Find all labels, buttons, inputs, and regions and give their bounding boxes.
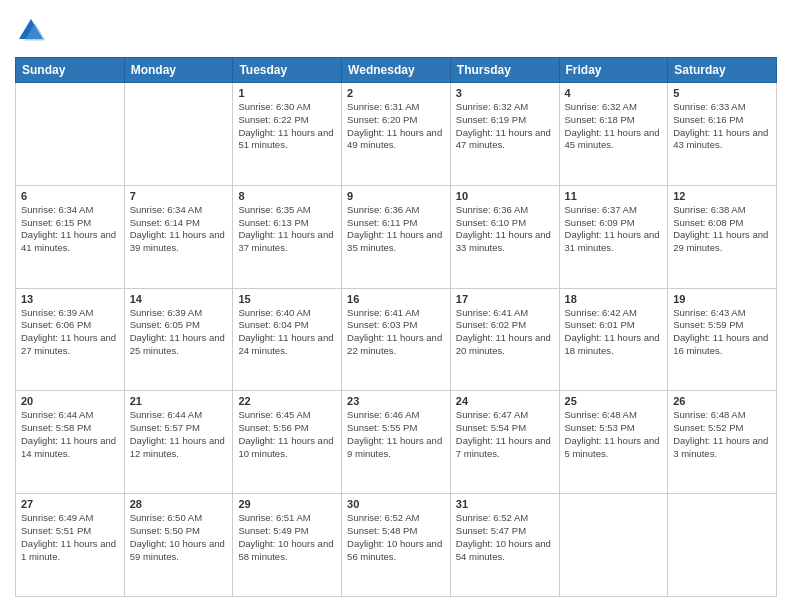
calendar-cell: 31Sunrise: 6:52 AM Sunset: 5:47 PM Dayli… (450, 494, 559, 597)
day-number: 24 (456, 395, 554, 407)
calendar-cell: 7Sunrise: 6:34 AM Sunset: 6:14 PM Daylig… (124, 185, 233, 288)
day-number: 5 (673, 87, 771, 99)
cell-info: Sunrise: 6:32 AM Sunset: 6:18 PM Dayligh… (565, 101, 663, 152)
day-number: 20 (21, 395, 119, 407)
cell-info: Sunrise: 6:47 AM Sunset: 5:54 PM Dayligh… (456, 409, 554, 460)
day-header: Monday (124, 58, 233, 83)
cell-info: Sunrise: 6:49 AM Sunset: 5:51 PM Dayligh… (21, 512, 119, 563)
calendar-cell: 10Sunrise: 6:36 AM Sunset: 6:10 PM Dayli… (450, 185, 559, 288)
calendar-cell: 30Sunrise: 6:52 AM Sunset: 5:48 PM Dayli… (342, 494, 451, 597)
cell-info: Sunrise: 6:48 AM Sunset: 5:52 PM Dayligh… (673, 409, 771, 460)
day-number: 11 (565, 190, 663, 202)
cell-info: Sunrise: 6:30 AM Sunset: 6:22 PM Dayligh… (238, 101, 336, 152)
page: SundayMondayTuesdayWednesdayThursdayFrid… (0, 0, 792, 612)
calendar-cell: 2Sunrise: 6:31 AM Sunset: 6:20 PM Daylig… (342, 83, 451, 186)
day-number: 14 (130, 293, 228, 305)
calendar-cell: 18Sunrise: 6:42 AM Sunset: 6:01 PM Dayli… (559, 288, 668, 391)
cell-info: Sunrise: 6:39 AM Sunset: 6:05 PM Dayligh… (130, 307, 228, 358)
day-number: 19 (673, 293, 771, 305)
calendar-cell: 13Sunrise: 6:39 AM Sunset: 6:06 PM Dayli… (16, 288, 125, 391)
cell-info: Sunrise: 6:45 AM Sunset: 5:56 PM Dayligh… (238, 409, 336, 460)
week-row: 1Sunrise: 6:30 AM Sunset: 6:22 PM Daylig… (16, 83, 777, 186)
day-number: 22 (238, 395, 336, 407)
day-header: Thursday (450, 58, 559, 83)
calendar-cell: 3Sunrise: 6:32 AM Sunset: 6:19 PM Daylig… (450, 83, 559, 186)
cell-info: Sunrise: 6:34 AM Sunset: 6:14 PM Dayligh… (130, 204, 228, 255)
day-number: 3 (456, 87, 554, 99)
cell-info: Sunrise: 6:52 AM Sunset: 5:48 PM Dayligh… (347, 512, 445, 563)
calendar-cell: 4Sunrise: 6:32 AM Sunset: 6:18 PM Daylig… (559, 83, 668, 186)
week-row: 20Sunrise: 6:44 AM Sunset: 5:58 PM Dayli… (16, 391, 777, 494)
calendar-cell (668, 494, 777, 597)
calendar-table: SundayMondayTuesdayWednesdayThursdayFrid… (15, 57, 777, 597)
logo-icon (15, 15, 47, 47)
calendar-cell: 15Sunrise: 6:40 AM Sunset: 6:04 PM Dayli… (233, 288, 342, 391)
calendar-cell: 23Sunrise: 6:46 AM Sunset: 5:55 PM Dayli… (342, 391, 451, 494)
day-number: 16 (347, 293, 445, 305)
day-number: 25 (565, 395, 663, 407)
day-number: 8 (238, 190, 336, 202)
calendar-cell: 24Sunrise: 6:47 AM Sunset: 5:54 PM Dayli… (450, 391, 559, 494)
day-number: 21 (130, 395, 228, 407)
week-row: 13Sunrise: 6:39 AM Sunset: 6:06 PM Dayli… (16, 288, 777, 391)
cell-info: Sunrise: 6:42 AM Sunset: 6:01 PM Dayligh… (565, 307, 663, 358)
calendar-cell: 22Sunrise: 6:45 AM Sunset: 5:56 PM Dayli… (233, 391, 342, 494)
calendar-cell (559, 494, 668, 597)
cell-info: Sunrise: 6:50 AM Sunset: 5:50 PM Dayligh… (130, 512, 228, 563)
calendar-cell: 14Sunrise: 6:39 AM Sunset: 6:05 PM Dayli… (124, 288, 233, 391)
day-header: Sunday (16, 58, 125, 83)
day-number: 27 (21, 498, 119, 510)
cell-info: Sunrise: 6:32 AM Sunset: 6:19 PM Dayligh… (456, 101, 554, 152)
calendar-cell: 16Sunrise: 6:41 AM Sunset: 6:03 PM Dayli… (342, 288, 451, 391)
cell-info: Sunrise: 6:37 AM Sunset: 6:09 PM Dayligh… (565, 204, 663, 255)
calendar-cell: 21Sunrise: 6:44 AM Sunset: 5:57 PM Dayli… (124, 391, 233, 494)
calendar-cell: 17Sunrise: 6:41 AM Sunset: 6:02 PM Dayli… (450, 288, 559, 391)
day-number: 18 (565, 293, 663, 305)
calendar-cell: 29Sunrise: 6:51 AM Sunset: 5:49 PM Dayli… (233, 494, 342, 597)
day-number: 9 (347, 190, 445, 202)
cell-info: Sunrise: 6:40 AM Sunset: 6:04 PM Dayligh… (238, 307, 336, 358)
cell-info: Sunrise: 6:41 AM Sunset: 6:02 PM Dayligh… (456, 307, 554, 358)
day-number: 4 (565, 87, 663, 99)
cell-info: Sunrise: 6:34 AM Sunset: 6:15 PM Dayligh… (21, 204, 119, 255)
day-header: Friday (559, 58, 668, 83)
cell-info: Sunrise: 6:33 AM Sunset: 6:16 PM Dayligh… (673, 101, 771, 152)
calendar-cell: 28Sunrise: 6:50 AM Sunset: 5:50 PM Dayli… (124, 494, 233, 597)
day-number: 10 (456, 190, 554, 202)
calendar-cell: 20Sunrise: 6:44 AM Sunset: 5:58 PM Dayli… (16, 391, 125, 494)
cell-info: Sunrise: 6:48 AM Sunset: 5:53 PM Dayligh… (565, 409, 663, 460)
cell-info: Sunrise: 6:51 AM Sunset: 5:49 PM Dayligh… (238, 512, 336, 563)
day-number: 2 (347, 87, 445, 99)
cell-info: Sunrise: 6:35 AM Sunset: 6:13 PM Dayligh… (238, 204, 336, 255)
calendar-cell (16, 83, 125, 186)
day-number: 13 (21, 293, 119, 305)
calendar-cell: 27Sunrise: 6:49 AM Sunset: 5:51 PM Dayli… (16, 494, 125, 597)
cell-info: Sunrise: 6:52 AM Sunset: 5:47 PM Dayligh… (456, 512, 554, 563)
header (15, 15, 777, 47)
day-header: Tuesday (233, 58, 342, 83)
week-row: 6Sunrise: 6:34 AM Sunset: 6:15 PM Daylig… (16, 185, 777, 288)
cell-info: Sunrise: 6:38 AM Sunset: 6:08 PM Dayligh… (673, 204, 771, 255)
calendar-cell: 9Sunrise: 6:36 AM Sunset: 6:11 PM Daylig… (342, 185, 451, 288)
day-number: 30 (347, 498, 445, 510)
calendar-cell: 5Sunrise: 6:33 AM Sunset: 6:16 PM Daylig… (668, 83, 777, 186)
day-header: Wednesday (342, 58, 451, 83)
calendar-cell: 1Sunrise: 6:30 AM Sunset: 6:22 PM Daylig… (233, 83, 342, 186)
day-number: 17 (456, 293, 554, 305)
day-number: 29 (238, 498, 336, 510)
day-number: 31 (456, 498, 554, 510)
cell-info: Sunrise: 6:44 AM Sunset: 5:58 PM Dayligh… (21, 409, 119, 460)
calendar-cell: 11Sunrise: 6:37 AM Sunset: 6:09 PM Dayli… (559, 185, 668, 288)
day-number: 26 (673, 395, 771, 407)
cell-info: Sunrise: 6:31 AM Sunset: 6:20 PM Dayligh… (347, 101, 445, 152)
cell-info: Sunrise: 6:44 AM Sunset: 5:57 PM Dayligh… (130, 409, 228, 460)
week-row: 27Sunrise: 6:49 AM Sunset: 5:51 PM Dayli… (16, 494, 777, 597)
cell-info: Sunrise: 6:41 AM Sunset: 6:03 PM Dayligh… (347, 307, 445, 358)
day-header: Saturday (668, 58, 777, 83)
day-number: 1 (238, 87, 336, 99)
day-number: 15 (238, 293, 336, 305)
cell-info: Sunrise: 6:36 AM Sunset: 6:10 PM Dayligh… (456, 204, 554, 255)
day-number: 7 (130, 190, 228, 202)
calendar-cell: 19Sunrise: 6:43 AM Sunset: 5:59 PM Dayli… (668, 288, 777, 391)
day-number: 12 (673, 190, 771, 202)
